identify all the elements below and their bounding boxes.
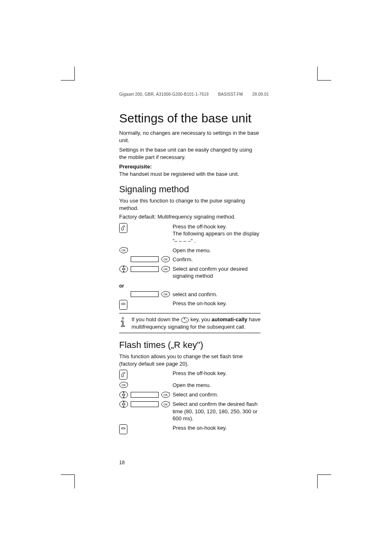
info-after-key: key, you	[191, 316, 212, 322]
svg-text:OK: OK	[164, 268, 168, 271]
doc-id: Gigaset 200, GBR, A31008-G200-B101-1-761…	[119, 92, 209, 97]
offhook-key-icon	[119, 370, 127, 380]
offhook-key-icon	[119, 223, 127, 233]
flash-select-time-text: Select and confirm the desired flash tim…	[173, 401, 261, 422]
svg-point-16	[122, 318, 124, 319]
display-box-icon	[131, 291, 159, 297]
svg-text:OK: OK	[164, 293, 168, 296]
info-text: If you hold down the *♪ key, you automat…	[131, 316, 261, 330]
prerequisite: Prerequisite: The handset must be regist…	[119, 163, 261, 177]
or-label: or	[119, 283, 261, 289]
flash-step-offhook: Press the off-hook key.	[119, 370, 261, 380]
info-note: If you hold down the *♪ key, you automat…	[119, 313, 261, 333]
flash-step-open-menu: OK Open the menu.	[119, 382, 261, 389]
page-title: Settings of the base unit	[119, 111, 261, 125]
signal-intro-2: Factory default: Multifrequency signalin…	[119, 213, 261, 221]
onhook-text: Press the on-hook key.	[173, 300, 261, 307]
svg-rect-15	[120, 300, 127, 310]
svg-rect-8	[122, 268, 125, 269]
flash-select-text: Select and confirm.	[173, 391, 261, 398]
nav-key-icon	[119, 265, 128, 273]
or-select-text: select and confirm.	[173, 291, 261, 298]
step-open-menu: OK Open the menu.	[119, 247, 261, 254]
running-header: Gigaset 200, GBR, A31008-G200-B101-1-761…	[119, 92, 310, 97]
onhook-key-icon	[119, 424, 127, 434]
svg-rect-34	[120, 424, 127, 434]
display-box-icon	[131, 401, 159, 407]
step-or-select: OK select and confirm.	[119, 291, 261, 298]
ok-key-icon: OK	[161, 266, 170, 272]
svg-line-33	[169, 402, 170, 403]
nav-key-icon	[119, 391, 128, 398]
nav-key-icon	[119, 401, 128, 408]
ok-key-icon: OK	[119, 247, 128, 253]
ok-key-icon: OK	[161, 391, 170, 398]
info-auto: automati-cally	[212, 316, 247, 322]
onhook-key-icon	[119, 300, 127, 310]
flash-step-select-time: OK Select and confirm the desired flash …	[119, 401, 261, 422]
display-box-icon	[131, 392, 159, 398]
info-before: If you hold down the	[131, 316, 181, 322]
ok-key-icon: OK	[161, 291, 170, 297]
flash-step-select: OK Select and confirm.	[119, 391, 261, 398]
section-flash: Flash times („R key")	[119, 340, 261, 350]
offhook-text-a: Press the off-hook key.	[173, 223, 227, 230]
open-menu-text: Open the menu.	[173, 247, 261, 254]
svg-text:OK: OK	[122, 384, 126, 387]
ok-key-icon: OK	[161, 256, 170, 263]
select-signal-text: Select and confirm your desired signalin…	[173, 265, 261, 280]
display-box-icon	[131, 266, 159, 272]
flash-offhook-text: Press the off-hook key.	[173, 370, 261, 377]
file-name: BASISST.FM	[218, 92, 243, 97]
signal-intro-1: You use this function to change to the p…	[119, 197, 261, 212]
intro-paragraph-2: Settings in the base unit can be easily …	[119, 146, 261, 161]
info-icon	[119, 317, 127, 327]
prerequisite-text: The handset must be registered with the …	[119, 171, 239, 177]
ok-key-icon: OK	[161, 401, 170, 408]
display-box-icon	[131, 256, 159, 262]
page-number: 18	[119, 460, 125, 465]
confirm-text: Confirm.	[173, 256, 261, 263]
doc-date: 28.09.01	[252, 92, 269, 97]
star-key-icon: *♪	[181, 317, 189, 323]
flash-intro: This function allows you to change the s…	[119, 353, 261, 367]
svg-text:OK: OK	[164, 403, 168, 406]
svg-line-23	[127, 382, 128, 383]
step-select-signal: OK Select and confirm your desired signa…	[119, 265, 261, 280]
svg-text:*: *	[184, 318, 185, 322]
section-signaling: Signaling method	[119, 184, 261, 195]
flash-onhook-text: Press the on-hook key.	[173, 424, 261, 432]
ok-key-icon: OK	[119, 382, 128, 388]
svg-rect-30	[122, 404, 125, 405]
svg-text:OK: OK	[164, 394, 168, 396]
svg-text:OK: OK	[164, 258, 168, 261]
svg-rect-25	[122, 394, 125, 396]
svg-line-11	[169, 267, 170, 267]
step-onhook: Press the on-hook key.	[119, 300, 261, 310]
offhook-text-b: The following appears on the display "– …	[173, 230, 259, 244]
svg-line-14	[169, 292, 170, 292]
flash-step-onhook: Press the on-hook key.	[119, 424, 261, 434]
step-confirm: OK Confirm.	[119, 256, 261, 263]
prerequisite-label: Prerequisite:	[119, 164, 152, 170]
svg-text:♪: ♪	[186, 319, 187, 322]
flash-open-menu-text: Open the menu.	[173, 382, 261, 389]
svg-line-6	[169, 257, 170, 258]
svg-text:OK: OK	[122, 249, 126, 252]
step-offhook: Press the off-hook key. The following ap…	[119, 223, 261, 245]
svg-line-3	[127, 248, 128, 249]
intro-paragraph-1: Normally, no changes are necessary to se…	[119, 129, 261, 144]
svg-line-28	[169, 392, 170, 393]
